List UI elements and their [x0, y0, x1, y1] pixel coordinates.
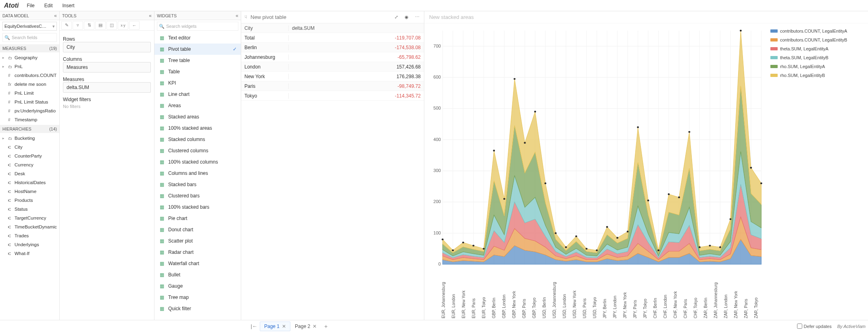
measures-chip[interactable]: delta.SUM: [63, 82, 151, 93]
tool-back-icon[interactable]: ←: [129, 21, 140, 30]
chart-canvas[interactable]: 0100200300400500600700 EUR, Johannesburg…: [424, 23, 767, 320]
tool-sort-icon[interactable]: ⇅: [84, 21, 94, 30]
widget-item[interactable]: ▦100% stacked bars: [154, 201, 241, 213]
rows-chip[interactable]: City: [63, 42, 151, 52]
widget-item[interactable]: ▦Clustered bars: [154, 190, 241, 201]
widget-item[interactable]: ▦Stacked columns: [154, 134, 241, 145]
menu-edit[interactable]: Edit: [44, 3, 53, 8]
expand-icon[interactable]: ⤢: [392, 15, 400, 20]
widget-item[interactable]: ▦100% stacked areas: [154, 122, 241, 134]
widget-item[interactable]: ▦Areas: [154, 100, 241, 111]
chart-title[interactable]: New stacked areas: [424, 11, 868, 23]
collapse-panels-icon[interactable]: |←: [251, 323, 257, 329]
hierarchy-node[interactable]: ⑆TargetCurrency: [0, 214, 59, 222]
tool-cond-icon[interactable]: ▤: [95, 21, 106, 30]
node-icon: #: [8, 91, 13, 95]
more-icon[interactable]: ⋯: [413, 15, 421, 20]
close-icon[interactable]: ✕: [282, 324, 286, 329]
legend-item[interactable]: rho.SUM, LegalEntityA: [770, 62, 865, 71]
widget-item[interactable]: ▦Clustered columns: [154, 145, 241, 156]
pivot-col-city[interactable]: City: [241, 25, 289, 31]
widget-type-icon: ▦: [159, 204, 165, 210]
measure-node[interactable]: fxdelete me soon: [0, 80, 59, 89]
hierarchy-node[interactable]: ⑆CounterParty: [0, 151, 59, 160]
tool-filter-icon[interactable]: ▿: [73, 21, 83, 30]
tool-xy-icon[interactable]: x·y: [118, 21, 128, 30]
widget-item[interactable]: ▦Stacked bars: [154, 179, 241, 190]
hierarchy-node[interactable]: ⑆What-If: [0, 249, 59, 258]
defer-updates-checkbox[interactable]: Defer updates: [797, 324, 832, 329]
widget-item[interactable]: ▦Tree table: [154, 55, 241, 66]
measure-node[interactable]: #PnL Limit: [0, 89, 59, 98]
tool-chart-icon[interactable]: ◫: [106, 21, 117, 30]
widget-item[interactable]: ▦Donut chart: [154, 224, 241, 235]
table-row[interactable]: Tokyo-114,345.72: [241, 91, 424, 101]
tab-page1[interactable]: Page 1 ✕: [260, 322, 290, 331]
table-row[interactable]: Total-119,707.08: [241, 33, 424, 43]
hierarchy-node[interactable]: ⑆Trades: [0, 231, 59, 240]
widget-item[interactable]: ▦Columns and lines: [154, 168, 241, 179]
legend-item[interactable]: contributors.COUNT, LegalEntityB: [770, 35, 865, 44]
widget-item[interactable]: ▦Tree map: [154, 292, 241, 303]
widget-item[interactable]: ▦Radar chart: [154, 247, 241, 258]
pivot-col-delta[interactable]: delta.SUM: [289, 25, 424, 31]
defer-updates-input[interactable]: [797, 324, 802, 329]
widget-item[interactable]: ▦Line chart: [154, 89, 241, 100]
menu-file[interactable]: File: [27, 3, 34, 8]
widget-item[interactable]: ▦KPI: [154, 77, 241, 89]
table-row[interactable]: New York176,298.38: [241, 72, 424, 81]
tool-pen-icon[interactable]: ✎: [61, 21, 72, 30]
hierarchy-node[interactable]: ⑆City: [0, 143, 59, 151]
legend-item[interactable]: theta.SUM, LegalEntityB: [770, 53, 865, 62]
widget-item[interactable]: ▦100% stacked columns: [154, 156, 241, 168]
svg-text:500: 500: [434, 106, 441, 110]
table-row[interactable]: Johannesburg-65,798.62: [241, 52, 424, 62]
cube-selector[interactable]: EquityDerivativesC… ▾: [2, 22, 57, 31]
widget-item[interactable]: ▦Table: [154, 66, 241, 77]
hierarchy-node[interactable]: ⑆HostName: [0, 187, 59, 196]
widget-item[interactable]: ▦Quick filter: [154, 303, 241, 314]
search-fields-input[interactable]: 🔍 Search fields: [2, 33, 57, 42]
measure-node[interactable]: #contributors.COUNT: [0, 71, 59, 80]
measure-node[interactable]: ▸🗀PnL: [0, 62, 59, 71]
widget-item[interactable]: ▦Pivot table✓: [154, 44, 241, 55]
hierarchy-node[interactable]: ⑆Status: [0, 205, 59, 214]
legend-item[interactable]: theta.SUM, LegalEntityA: [770, 44, 865, 53]
collapse-tools-icon[interactable]: «: [149, 13, 152, 19]
run-icon[interactable]: ◉: [403, 15, 410, 20]
measure-node[interactable]: #Timestamp: [0, 115, 59, 124]
search-widgets-input[interactable]: 🔍 Search widgets: [157, 22, 238, 31]
hierarchy-node[interactable]: ⑆Underlyings: [0, 240, 59, 249]
legend-item[interactable]: rho.SUM, LegalEntityB: [770, 71, 865, 80]
hierarchy-node[interactable]: ⑆Desk: [0, 169, 59, 178]
hierarchy-node[interactable]: ⑆Currency: [0, 160, 59, 169]
hierarchy-node[interactable]: ⑆TimeBucketDynamic: [0, 222, 59, 231]
widget-item[interactable]: ▦Waterfall chart: [154, 258, 241, 269]
measure-node[interactable]: #PnL Limit Status: [0, 98, 59, 106]
widget-item[interactable]: ▦Gauge: [154, 280, 241, 292]
measure-node[interactable]: #pv.UnderlyingsRatio: [0, 106, 59, 115]
hierarchy-node[interactable]: ⑆HistoricalDates: [0, 178, 59, 187]
widget-item[interactable]: ▦Stacked areas: [154, 111, 241, 122]
check-icon: ✓: [233, 46, 237, 52]
widget-item[interactable]: ▦Pie chart: [154, 213, 241, 224]
widget-item[interactable]: ▦Text editor: [154, 32, 241, 44]
widget-item[interactable]: ▦Bullet: [154, 269, 241, 280]
add-page-button[interactable]: +: [321, 322, 331, 331]
table-row[interactable]: Berlin-174,538.08: [241, 43, 424, 52]
collapse-widgets-icon[interactable]: «: [236, 13, 238, 19]
widget-item[interactable]: ▦Scatter plot: [154, 235, 241, 247]
pivot-title-input[interactable]: [250, 14, 389, 20]
table-row[interactable]: London157,426.68: [241, 62, 424, 72]
collapse-data-model-icon[interactable]: «: [54, 13, 57, 19]
table-row[interactable]: Paris-98,749.72: [241, 81, 424, 91]
columns-chip[interactable]: Measures: [63, 62, 151, 73]
hierarchy-node[interactable]: ⑆Products: [0, 196, 59, 205]
close-icon[interactable]: ✕: [313, 324, 317, 329]
legend-item[interactable]: contributors.COUNT, LegalEntityA: [770, 27, 865, 35]
menu-insert[interactable]: Insert: [62, 3, 74, 8]
measure-node[interactable]: ▸🗀Geography: [0, 53, 59, 62]
x-axis-label: ZAR, Johannesburg: [714, 270, 724, 318]
hierarchy-node[interactable]: ▸🗀Bucketing: [0, 134, 59, 143]
tab-page2[interactable]: Page 2 ✕: [290, 322, 321, 331]
